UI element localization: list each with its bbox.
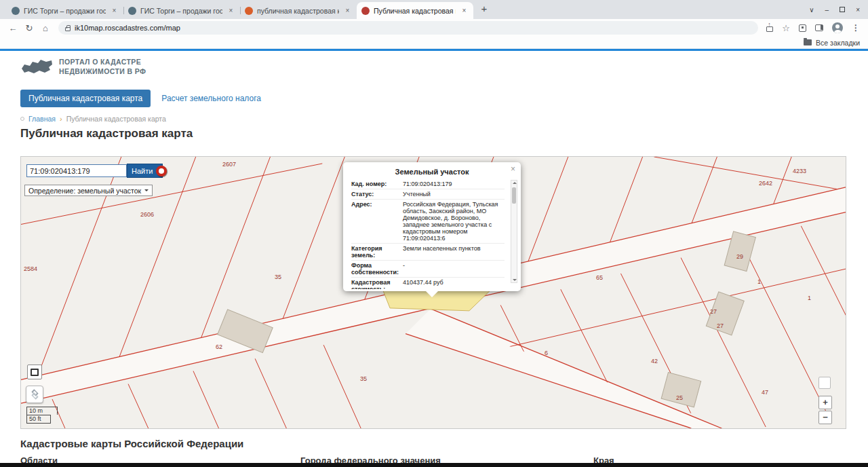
zoom-in-button[interactable]: + bbox=[818, 396, 832, 409]
object-type-value: Определение: земельный участок bbox=[28, 187, 141, 195]
tab-strip: ГИС Торги – продажи госуд×ГИС Торги – пр… bbox=[7, 0, 473, 19]
map-search: Найти bbox=[26, 164, 163, 178]
scroll-down-icon[interactable] bbox=[513, 279, 517, 281]
popup-field-row: Кад. номер:71:09:020413:179 bbox=[351, 179, 505, 189]
tab-public-cadastral-map[interactable]: Публичная кадастровая карта bbox=[20, 90, 151, 107]
parcel-label: 35 bbox=[360, 375, 367, 382]
parcel-label: 2584 bbox=[24, 265, 37, 272]
popup-field-row: Категория земель:Земли населенных пункто… bbox=[351, 243, 505, 260]
tab-close-icon[interactable]: × bbox=[343, 6, 352, 15]
tab-close-icon[interactable]: × bbox=[460, 6, 469, 15]
map-scale: 10 m 50 ft bbox=[26, 407, 58, 424]
logo-line-2: НЕДВИЖИМОСТИ В РФ bbox=[59, 67, 146, 76]
search-input[interactable] bbox=[26, 164, 127, 177]
lock-icon[interactable] bbox=[65, 27, 71, 31]
home-button[interactable]: ⌂ bbox=[38, 23, 53, 33]
popup-field-value: 71:09:020413:179 bbox=[403, 181, 505, 187]
parcel-label: 4233 bbox=[793, 168, 806, 174]
popup-field-label: Кадастровая стоимость: bbox=[351, 279, 403, 289]
site-nav: Публичная кадастровая карта Расчет земел… bbox=[20, 90, 261, 107]
folder-icon bbox=[804, 39, 812, 45]
side-panel-icon[interactable] bbox=[815, 24, 823, 31]
extent-button[interactable] bbox=[27, 365, 42, 379]
parcel-label: 2607 bbox=[222, 161, 236, 168]
chevron-down-icon[interactable]: ∨ bbox=[809, 6, 814, 14]
close-window-button[interactable]: × bbox=[856, 6, 860, 14]
zoom-controls: + − bbox=[818, 396, 832, 424]
parcel-label: 2642 bbox=[759, 180, 772, 187]
parcel-label: 27 bbox=[717, 322, 724, 329]
browser-tab[interactable]: ГИС Торги – продажи госуд× bbox=[123, 2, 240, 19]
site-logo-text: ПОРТАЛ О КАДАСТРЕ НЕДВИЖИМОСТИ В РФ bbox=[59, 57, 146, 76]
tab-title: Публичная кадастровая ка bbox=[374, 7, 456, 15]
tab-land-tax-calc[interactable]: Расчет земельного налога bbox=[161, 94, 261, 103]
tab-favicon-icon bbox=[128, 7, 136, 15]
back-button[interactable]: ← bbox=[5, 23, 20, 33]
russia-map-icon bbox=[20, 58, 53, 76]
reload-button[interactable]: ↻ bbox=[22, 23, 37, 33]
bookmarks-bar: Все закладки bbox=[0, 37, 868, 49]
search-button[interactable]: Найти bbox=[127, 164, 163, 178]
browser-tab-bar: ГИС Торги – продажи госуд×ГИС Торги – пр… bbox=[0, 0, 868, 19]
tab-favicon-icon bbox=[361, 7, 370, 15]
tab-close-icon[interactable]: × bbox=[226, 6, 235, 15]
popup-field-value: Учтенный bbox=[403, 191, 505, 198]
attribution-toggle-button[interactable] bbox=[818, 377, 831, 389]
all-bookmarks-button[interactable]: Все закладки bbox=[816, 39, 860, 47]
minimize-button[interactable]: – bbox=[825, 6, 829, 14]
tab-close-icon[interactable]: × bbox=[110, 6, 119, 15]
extensions-icon[interactable] bbox=[799, 24, 806, 32]
scale-metric: 10 m bbox=[26, 407, 58, 415]
pin-icon bbox=[20, 117, 24, 121]
toolbar-actions: ☆ ⋮ bbox=[764, 22, 863, 33]
new-tab-button[interactable]: + bbox=[476, 1, 492, 18]
browser-tab[interactable]: ГИС Торги – продажи госуд× bbox=[7, 2, 123, 19]
tab-title: ГИС Торги – продажи госуд bbox=[140, 7, 222, 15]
share-icon[interactable] bbox=[766, 26, 773, 32]
menu-dots-icon[interactable]: ⋮ bbox=[852, 23, 860, 33]
popup-field-label: Форма собственности: bbox=[351, 262, 403, 276]
breadcrumb: Главная › Публичная кадастровая карта bbox=[20, 115, 166, 123]
browser-toolbar: ← ↻ ⌂ ik10map.roscadastres.com/map ☆ ⋮ bbox=[0, 19, 868, 37]
parcel-label: 42 bbox=[651, 358, 658, 365]
site-logo[interactable]: ПОРТАЛ О КАДАСТРЕ НЕДВИЖИМОСТИ В РФ bbox=[20, 57, 146, 76]
tab-favicon-icon bbox=[245, 7, 253, 15]
breadcrumb-current: Публичная кадастровая карта bbox=[66, 115, 166, 123]
url-text: ik10map.roscadastres.com/map bbox=[75, 24, 180, 32]
logo-line-1: ПОРТАЛ О КАДАСТРЕ bbox=[59, 57, 146, 67]
browser-tab[interactable]: публичная кадастровая ка× bbox=[240, 2, 357, 19]
bottom-dark-strip bbox=[0, 463, 868, 467]
scrollbar-thumb[interactable] bbox=[512, 187, 516, 204]
tab-title: публичная кадастровая ка bbox=[257, 7, 339, 15]
popup-field-value: 410437.44 руб bbox=[403, 279, 505, 289]
popup-title: Земельный участок bbox=[351, 168, 513, 176]
scale-imperial: 50 ft bbox=[26, 415, 51, 424]
profile-avatar[interactable] bbox=[832, 22, 843, 33]
maximize-button[interactable] bbox=[840, 7, 845, 12]
layers-button[interactable] bbox=[26, 386, 43, 403]
parcel-label: 1 bbox=[757, 278, 761, 285]
parcel-label: 27 bbox=[710, 308, 717, 315]
popup-field-label: Кад. номер: bbox=[351, 181, 403, 187]
popup-field-row: Форма собственности:- bbox=[351, 260, 505, 277]
bookmark-star-icon[interactable]: ☆ bbox=[782, 24, 790, 33]
popup-field-value: Российская Федерация, Тульская область, … bbox=[403, 201, 505, 242]
popup-scrollbar[interactable] bbox=[511, 180, 517, 283]
object-type-select[interactable]: Определение: земельный участок bbox=[24, 185, 153, 196]
popup-field-value: Земли населенных пунктов bbox=[403, 245, 505, 259]
scroll-up-icon[interactable] bbox=[513, 182, 517, 184]
parcel-label: 2606 bbox=[140, 211, 154, 218]
popup-field-label: Статус: bbox=[351, 191, 403, 198]
page-title: Публичная кадастровая карта bbox=[20, 127, 193, 141]
breadcrumb-home-link[interactable]: Главная bbox=[28, 115, 56, 123]
browser-tab[interactable]: Публичная кадастровая ка× bbox=[357, 2, 473, 19]
popup-field-value: - bbox=[403, 262, 505, 276]
address-bar[interactable]: ik10map.roscadastres.com/map bbox=[58, 21, 758, 35]
map-viewport[interactable]: 2607423326422606258435296511272762642352… bbox=[20, 156, 846, 429]
zoom-out-button[interactable]: − bbox=[818, 411, 832, 424]
chevron-down-icon bbox=[144, 189, 149, 193]
footer-heading: Кадастровые карты Российской Федерации bbox=[20, 438, 243, 449]
close-icon[interactable]: × bbox=[511, 164, 515, 174]
tab-title: ГИС Торги – продажи госуд bbox=[24, 7, 106, 15]
window-controls: ∨ – × bbox=[809, 0, 860, 19]
